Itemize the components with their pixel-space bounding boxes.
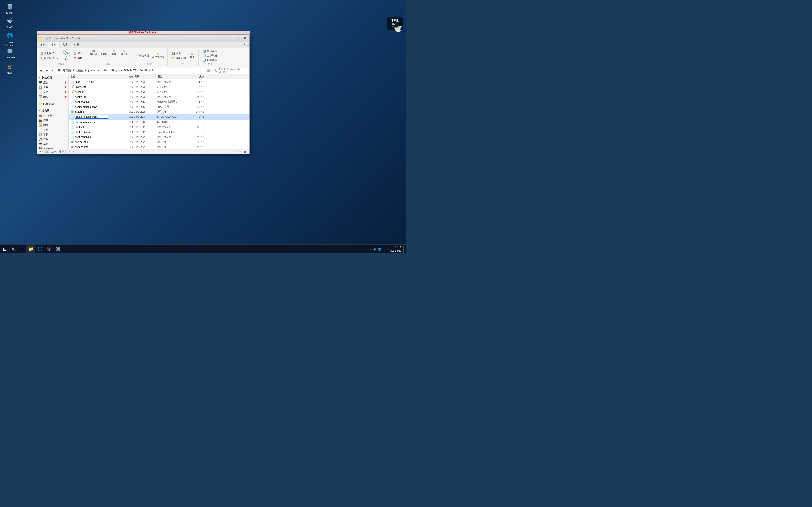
sidebar-item-3d[interactable]: 📦 3D 对象 (37, 113, 68, 118)
taskbar-clock[interactable]: 17:52 2021/4/11 (390, 245, 401, 252)
tab-file[interactable]: 文件 (37, 42, 48, 48)
rename-button[interactable]: ✏️ 重命名 (119, 49, 129, 57)
file-type-php-cgi: 应用程序 (157, 140, 186, 144)
desktop-icon-speedfan[interactable]: ⚙️ SpeedFan (2, 46, 18, 60)
file-type-php8embed: Object File Library (157, 130, 186, 133)
copy-to-button[interactable]: 📄 复制到 (99, 49, 108, 57)
col-header-date[interactable]: 修改日期 (130, 75, 157, 78)
back-button[interactable]: ◀ (38, 68, 43, 73)
col-header-type[interactable]: 类型 (157, 75, 186, 78)
file-row[interactable]: 📝news.txt2021/3/3 0:03文本文档25 KB (69, 90, 249, 94)
move-to-button[interactable]: ➡️ 移动到 (89, 49, 98, 57)
deselect-all-button[interactable]: ⬜ 全部取消 (201, 53, 218, 58)
language-label[interactable]: ENG (383, 247, 389, 251)
sidebar-item-documents[interactable]: 📄 文档 📌 (37, 90, 68, 94)
easy-access-button[interactable]: 📂 轻松访问 (170, 56, 187, 60)
desktop-icon-recycle-bin[interactable]: 🗑️ 回收站 (2, 2, 18, 16)
new-folder-button[interactable]: 📁 新建 文件夹 (151, 52, 166, 60)
hidden-icons-button[interactable]: ∧ (370, 247, 372, 251)
file-name-input-php-ini-dev[interactable] (75, 115, 108, 119)
network-icon[interactable]: 🌐 (378, 247, 381, 251)
file-row[interactable]: 📄2021/3/3 0:03INI-DEVELOPME...73 KB (69, 114, 249, 119)
address-path[interactable]: 🖥️ › 此电脑 › 本地磁盘 (C:) › Program Files (x8… (56, 68, 205, 73)
invert-selection-button[interactable]: 🔄 反向选择 (201, 58, 218, 62)
taskbar-chrome[interactable]: 🌐 (35, 245, 44, 254)
cut-button[interactable]: ✂️ 剪切 (72, 56, 84, 60)
sidebar-item-videos[interactable]: 🎬 视频 (37, 118, 68, 123)
sidebar-item-pictures[interactable]: 🖼️ 图片 📌 (37, 94, 68, 99)
search-box[interactable]: 🔍 搜索"php-8.0.3-nts-Win32-... (212, 68, 248, 73)
select-all-button[interactable]: ☑️ 全部选择 (201, 49, 218, 53)
file-name-php-ini-dev: 📄 (70, 115, 130, 119)
refresh-button[interactable]: 🔄 (206, 68, 211, 73)
file-row[interactable]: 📝license.txt2021/3/3 0:03文本文档4 KB (69, 84, 249, 90)
file-row[interactable]: 📄phar.phar.bat2021/3/3 0:15Windows 批处理..… (69, 99, 249, 104)
file-size-license: 4 KB (186, 86, 204, 88)
ribbon-help-icon[interactable]: ? (247, 43, 249, 47)
file-row[interactable]: 📄libssl-1_1-x64.dll2021/3/3 0:03应用程序扩展67… (69, 79, 249, 84)
sidebar-item-documents-pc[interactable]: 📄 文档 (37, 127, 68, 132)
desktop-icon-chrome[interactable]: 🌐 Google Chrome (2, 31, 18, 48)
sidebar-item-pictures-pc[interactable]: 🖼️ 图片 (37, 123, 68, 127)
forward-button[interactable]: ▶ (44, 68, 49, 73)
desktop-icon-thunderbird[interactable]: 🦅 迅雷 (2, 62, 18, 75)
paste-button[interactable]: 📎 粘贴 (61, 49, 71, 62)
file-row[interactable]: ⚙️php.exe2021/3/3 0:02应用程序137 KB (69, 109, 249, 114)
file-size-php-ini-dev: 73 KB (186, 115, 204, 118)
close-button[interactable]: ✕ (242, 36, 248, 41)
minimize-button[interactable]: ─ (231, 36, 236, 41)
new-item-button[interactable]: 📄 新建项目 (134, 53, 150, 58)
sidebar-item-local-disk[interactable]: 💾 本地磁盘 (C:) (37, 147, 68, 149)
task-view-button[interactable]: ⧉ (17, 245, 26, 254)
sidebar-item-ftpserver[interactable]: 📁 FtpServer (37, 101, 68, 106)
file-type-php8phpdbg: 应用程序扩展 (157, 135, 186, 138)
path-part-1[interactable]: 本地磁盘 (C:) (73, 69, 89, 72)
file-row[interactable]: 📄php8.dll2021/3/3 0:02应用程序扩展8,680 KB (69, 124, 249, 129)
file-row[interactable]: ⚙️phpdbg.exe2021/3/3 0:02应用程序298 KB (69, 145, 249, 149)
file-row[interactable]: 📄nghttp2.dll2021/3/3 0:03应用程序扩展202 KB (69, 94, 249, 99)
ribbon-expand-icon[interactable]: ∧ (244, 43, 246, 47)
file-row[interactable]: 📄php8phpdbg.dll2021/3/3 0:02应用程序扩展295 KB (69, 134, 249, 139)
file-size-libssl: 671 KB (186, 80, 204, 83)
speaker-icon[interactable]: 🔊 (373, 247, 376, 251)
taskbar-thunderbird[interactable]: 🦅 (44, 245, 53, 254)
tab-home[interactable]: 主页 (48, 42, 60, 48)
sidebar-item-desktop[interactable]: 🖥️ 桌面 📌 (37, 80, 68, 85)
path-part-0[interactable]: 此电脑 (63, 69, 71, 72)
properties-button[interactable]: ℹ️ 属性 (170, 51, 187, 55)
desktop-icon-ludashe[interactable]: 🐋 鲁大师 (2, 15, 18, 29)
col-header-name[interactable]: 名称 (70, 75, 130, 78)
up-button[interactable]: ▲ (50, 68, 55, 73)
list-view-button[interactable]: ≡ (238, 150, 242, 154)
delete-button[interactable]: 🗑️ 删除 (109, 49, 118, 57)
sidebar-item-desktop-pc[interactable]: 🖥️ 桌面 (37, 142, 68, 147)
file-type-php-ini-dev: INI-DEVELOPME... (157, 115, 186, 118)
sidebar-this-pc[interactable]: ▼ 此电脑 (37, 108, 68, 113)
taskbar-speedfan[interactable]: ⚙️ (53, 245, 62, 254)
file-type-php-exe: 应用程序 (157, 110, 186, 113)
taskbar-file-explorer[interactable]: 📁 (26, 245, 35, 254)
file-row[interactable]: 📄php8embed.lib2021/3/3 0:02Object File L… (69, 129, 249, 134)
path-part-2[interactable]: Program Files (x86) (91, 69, 114, 72)
file-row[interactable]: 📄php.ini-production2021/3/3 0:03INI-PROD… (69, 119, 249, 124)
start-button[interactable]: ⊞ (0, 245, 9, 254)
taskbar-search-button[interactable]: 🔍 (10, 246, 16, 252)
file-row[interactable]: 📄pharcommand.phar2021/3/3 0:15PHAR 文件64 … (69, 104, 249, 109)
grid-view-button[interactable]: ⊞ (243, 150, 248, 154)
show-desktop-button[interactable] (403, 245, 404, 253)
open-button[interactable]: 🔓 打开 (188, 52, 197, 60)
tab-share[interactable]: 共享 (60, 42, 71, 48)
copy-path-button[interactable]: 📋 复制路径 (39, 51, 60, 55)
sidebar-item-downloads-pc[interactable]: ⬇️ 下载 (37, 132, 68, 137)
path-part-3[interactable]: php-8.0.3-nts-Win32-vs16-x64 (116, 69, 153, 72)
sidebar-quick-access[interactable]: ▼ 快速访问 (37, 75, 68, 80)
sidebar-item-music[interactable]: 🎵 音乐 (37, 137, 68, 142)
tab-view[interactable]: 查看 (71, 42, 82, 48)
col-header-size[interactable]: 大小 (186, 75, 204, 78)
copy-button[interactable]: 📋 复制 (72, 51, 84, 55)
file-row[interactable]: ⚙️php-cgi.exe2021/3/3 0:02应用程序69 KB (69, 139, 249, 145)
maximize-button[interactable]: □ (236, 36, 242, 41)
file-date-news: 2021/3/3 0:03 (130, 91, 157, 93)
paste-shortcut-button[interactable]: 📎 粘贴快捷方式 (39, 56, 60, 60)
sidebar-item-downloads[interactable]: ⬇️ 下载 📌 (37, 85, 68, 90)
